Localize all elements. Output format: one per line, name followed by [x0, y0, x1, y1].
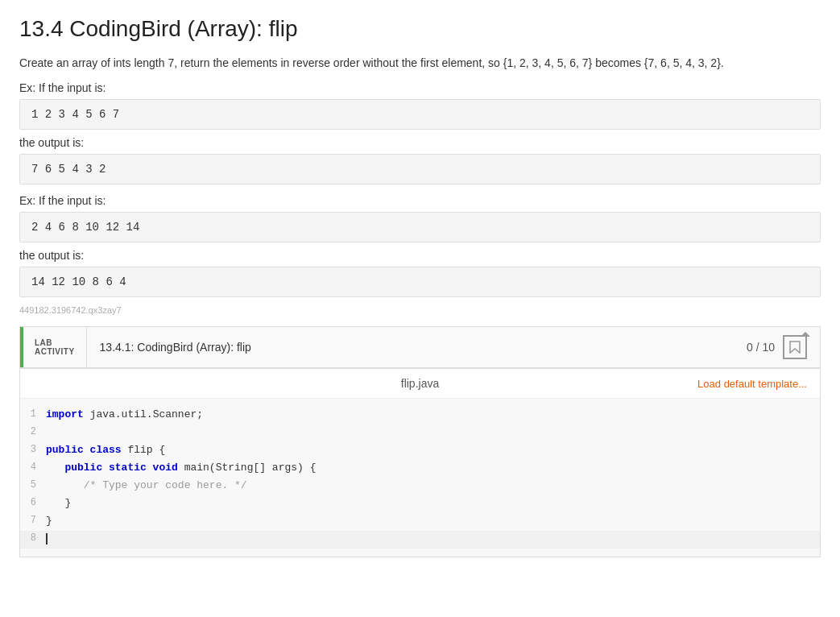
line-content-2	[46, 424, 52, 441]
line-num-8: 8	[20, 531, 46, 546]
lab-activity-bar: LAB ACTIVITY 13.4.1: CodingBird (Array):…	[19, 326, 821, 368]
code-line-6: 6 }	[20, 495, 820, 513]
line-num-6: 6	[20, 495, 46, 511]
ex2-output: 14 12 10 8 6 4	[19, 267, 821, 297]
score-badge	[783, 335, 807, 359]
lab-activity-title: 13.4.1: CodingBird (Array): flip	[87, 327, 734, 367]
line-content-8	[46, 531, 48, 548]
line-content-6: }	[46, 495, 71, 512]
line-content-3: public class flip {	[46, 442, 165, 459]
code-line-4: 4 public static void main(String[] args)…	[20, 460, 820, 478]
page-title: 13.4 CodingBird (Array): flip	[19, 16, 821, 42]
line-content-7: }	[46, 513, 52, 530]
ex2-label: Ex: If the input is:	[19, 194, 821, 207]
line-content-5: /* Type your code here. */	[46, 478, 247, 495]
lab-score-area: 0 / 10	[734, 327, 820, 367]
code-line-8: 8	[20, 531, 820, 549]
editor-filename: flip.java	[291, 377, 548, 390]
lab-score-text: 0 / 10	[747, 341, 775, 354]
id-text: 449182.3196742.qx3zay7	[19, 305, 821, 315]
code-line-7: 7 }	[20, 513, 820, 531]
code-editor-header: flip.java Load default template...	[20, 369, 820, 399]
lab-label-block: LAB ACTIVITY	[23, 327, 87, 367]
line-num-5: 5	[20, 478, 46, 493]
code-editor-body[interactable]: 1 import java.util.Scanner; 2 3 public c…	[20, 399, 820, 557]
line-num-3: 3	[20, 442, 46, 458]
line-num-4: 4	[20, 460, 46, 475]
line-content-1: import java.util.Scanner;	[46, 407, 203, 424]
ex1-output-label: the output is:	[19, 136, 821, 149]
line-num-1: 1	[20, 407, 46, 422]
ex1-input: 1 2 3 4 5 6 7	[19, 99, 821, 130]
line-num-2: 2	[20, 424, 46, 440]
ex2-input: 2 4 6 8 10 12 14	[19, 212, 821, 242]
code-line-2: 2	[20, 424, 820, 442]
code-line-1: 1 import java.util.Scanner;	[20, 407, 820, 424]
page-description: Create an array of ints length 7, return…	[19, 55, 821, 72]
code-line-5: 5 /* Type your code here. */	[20, 478, 820, 495]
ex1-output: 7 6 5 4 3 2	[19, 154, 821, 184]
line-num-7: 7	[20, 513, 46, 528]
lab-label-bottom: ACTIVITY	[35, 347, 75, 356]
ex1-label: Ex: If the input is:	[19, 81, 821, 94]
ex2-output-label: the output is:	[19, 249, 821, 262]
line-content-4: public static void main(String[] args) {	[46, 460, 316, 477]
load-template-link[interactable]: Load default template...	[697, 378, 807, 390]
code-editor-section: flip.java Load default template... 1 imp…	[19, 368, 821, 557]
svg-marker-0	[790, 342, 800, 353]
lab-label-top: LAB	[35, 338, 75, 347]
code-line-3: 3 public class flip {	[20, 442, 820, 460]
bookmark-icon	[788, 341, 801, 354]
